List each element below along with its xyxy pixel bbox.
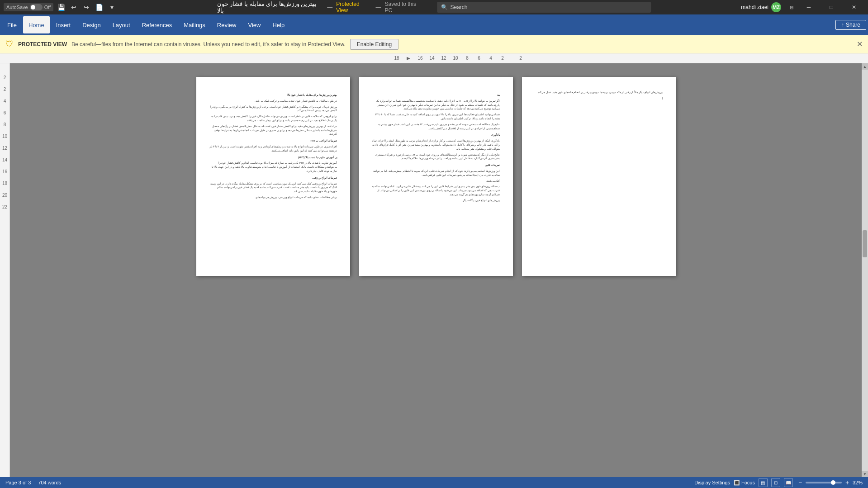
doc-protected-status: Protected View (336, 1, 372, 14)
share-icon: ↑ (841, 22, 844, 28)
tab-home[interactable]: Home (23, 16, 50, 33)
title-bar: AutoSave Off 💾 ↩ ↪ 📄 ▾ بهترین ورزش‌ها بر… (0, 0, 868, 14)
ribbon: File Home Insert Design Layout Reference… (0, 14, 868, 35)
tab-references[interactable]: References (137, 16, 177, 33)
page-2-content: بند اگر تمرین می‌توانید بالا را از ۵ به … (372, 93, 500, 203)
scroll-up-button[interactable]: ▲ (862, 63, 868, 70)
autosave-state: Off (44, 5, 51, 10)
document-area: 2 2 4 6 8 10 12 14 16 18 20 22 بهترین ور… (0, 63, 868, 477)
scroll-track[interactable] (862, 70, 868, 471)
new-doc-button[interactable]: 📄 (94, 2, 104, 12)
protected-view-bar: 🛡 PROTECTED VIEW Be careful—files from t… (0, 35, 868, 53)
focus-icon: 🔳 (734, 480, 740, 486)
shield-icon: 🛡 (5, 39, 14, 49)
save-button[interactable]: 💾 (56, 2, 66, 12)
zoom-level: 32% (853, 480, 863, 485)
print-layout-view-button[interactable]: ▤ (759, 478, 768, 487)
status-bar-right: Display Settings 🔳 Focus ▤ ⊡ 📖 − + 32% (694, 478, 863, 487)
doc-save-status-separator: — (376, 4, 381, 10)
zoom-in-button[interactable]: + (844, 479, 851, 486)
scroll-down-button[interactable]: ▼ (862, 471, 868, 477)
tab-layout[interactable]: Layout (107, 16, 136, 33)
vertical-scrollbar[interactable]: ▲ ▼ (862, 63, 868, 477)
autosave-toggle[interactable]: AutoSave Off (4, 3, 53, 11)
document-scroll[interactable]: بهترین ورزش‌ها برای مقابله با فشار خون ب… (10, 63, 862, 477)
page-1: بهترین ورزش‌ها برای مقابله با فشار خون ب… (196, 77, 350, 276)
close-protected-bar-button[interactable]: ✕ (857, 40, 863, 48)
status-bar: Page 3 of 3 704 words Display Settings 🔳… (0, 477, 868, 488)
enable-editing-button[interactable]: Enable Editing (350, 39, 398, 50)
tab-design[interactable]: Design (77, 16, 106, 33)
doc-title-center: بهترین ورزش‌ها برای مقابله با فشار خون ب… (217, 0, 651, 14)
page-1-content: بهترین ورزش‌ها برای مقابله با فشار خون ب… (209, 93, 337, 199)
tab-file[interactable]: File (2, 16, 22, 33)
protected-label: PROTECTED VIEW (18, 41, 67, 47)
ribbon-display-button[interactable]: ⊟ (787, 2, 797, 12)
focus-button[interactable]: 🔳 Focus (734, 480, 755, 486)
autosave-switch[interactable] (30, 4, 43, 10)
zoom-controls: − + 32% (797, 479, 863, 486)
tab-insert[interactable]: Insert (51, 16, 76, 33)
word-count: 704 words (38, 480, 61, 485)
share-button[interactable]: ↑ Share (835, 20, 866, 30)
title-bar-left: AutoSave Off 💾 ↩ ↪ 📄 ▾ (4, 2, 117, 12)
close-button[interactable]: ✕ (844, 0, 864, 14)
user-name: mahdi ziaei (741, 4, 768, 10)
avatar: MZ (771, 2, 781, 12)
search-bar[interactable]: 🔍 Search (437, 2, 651, 13)
search-placeholder: Search (451, 4, 468, 10)
tab-mailings[interactable]: Mailings (178, 16, 211, 33)
minimize-button[interactable]: ─ (798, 0, 819, 14)
protected-message: Be careful—files from the Internet can c… (71, 41, 346, 47)
tab-review[interactable]: Review (212, 16, 242, 33)
page-info: Page 3 of 3 (5, 480, 31, 485)
zoom-out-button[interactable]: − (797, 479, 804, 486)
redo-button[interactable]: ↪ (81, 2, 91, 12)
main-body: 🛡 PROTECTED VIEW Be careful—files from t… (0, 35, 868, 488)
maximize-button[interactable]: □ (821, 0, 842, 14)
tab-view[interactable]: View (242, 16, 266, 33)
search-icon: 🔍 (441, 4, 448, 10)
user-area: mahdi ziaei MZ (737, 2, 785, 12)
web-layout-view-button[interactable]: ⊡ (771, 478, 780, 487)
doc-save-status: Saved to this PC (385, 1, 425, 14)
page-3-content: ورزش‌های انواع دیگر مثلاً از رفتن از مکه… (535, 90, 663, 100)
scroll-thumb[interactable] (863, 230, 867, 257)
page-2: بند اگر تمرین می‌توانید بالا را از ۵ به … (359, 77, 513, 276)
tab-help[interactable]: Help (267, 16, 290, 33)
page-3: ورزش‌های انواع دیگر مثلاً از رفتن از مکه… (522, 77, 676, 276)
pages-row: بهترین ورزش‌ها برای مقابله با فشار خون ب… (196, 77, 676, 276)
display-settings-button[interactable]: Display Settings (694, 480, 730, 485)
read-mode-button[interactable]: 📖 (784, 478, 793, 487)
customize-button[interactable]: ▾ (107, 2, 117, 12)
autosave-label: AutoSave (6, 5, 28, 10)
doc-status-separator: — (327, 4, 332, 10)
zoom-slider[interactable] (806, 482, 842, 483)
ruler-numbers: 18 ▶ 16 14 12 10 8 6 4 2 2 (391, 56, 526, 61)
title-bar-right: mahdi ziaei MZ ⊟ ─ □ ✕ (737, 0, 864, 14)
undo-button[interactable]: ↩ (69, 2, 79, 12)
vertical-ruler: 2 2 4 6 8 10 12 14 16 18 20 22 (0, 63, 10, 477)
horizontal-ruler: 18 ▶ 16 14 12 10 8 6 4 2 2 (0, 53, 868, 63)
doc-title: بهترین ورزش‌ها برای مقابله با فشار خون ب… (217, 0, 324, 14)
zoom-thumb[interactable] (831, 480, 835, 485)
